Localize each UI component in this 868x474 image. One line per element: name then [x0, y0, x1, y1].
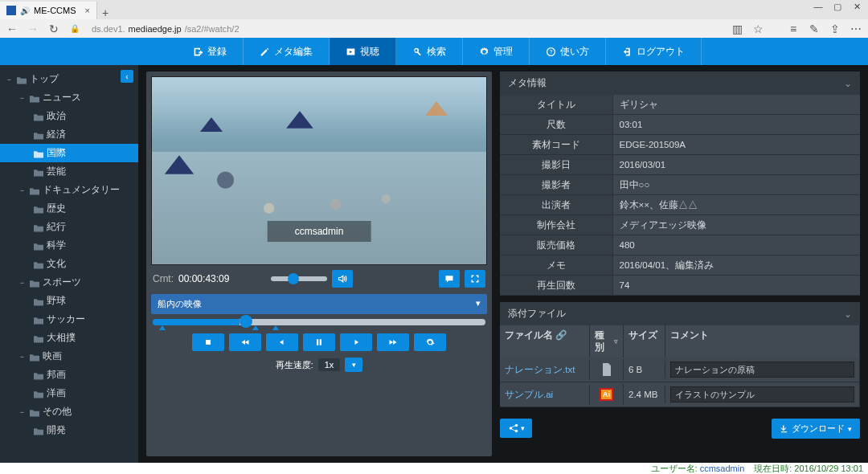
- lock-icon: 🔒: [68, 22, 82, 36]
- favicon: [6, 6, 16, 15]
- favorite-icon[interactable]: ☆: [751, 22, 765, 36]
- forward-button[interactable]: →: [26, 22, 40, 36]
- back-button[interactable]: ←: [5, 22, 19, 36]
- close-tab-icon[interactable]: ×: [85, 6, 90, 15]
- reading-view-icon[interactable]: ▥: [730, 22, 744, 36]
- share-icon[interactable]: ⇪: [828, 22, 842, 36]
- tab-title: ME-CCMS: [34, 6, 76, 15]
- maximize-button[interactable]: ▢: [829, 2, 845, 12]
- close-window-button[interactable]: ✕: [849, 2, 865, 12]
- more-icon[interactable]: ⋯: [849, 22, 863, 36]
- browser-tab[interactable]: 🔊 ME-CCMS ×: [0, 2, 97, 19]
- new-tab-button[interactable]: +: [97, 6, 113, 19]
- address-bar[interactable]: ds.dev1.mediaedge.jp/sa2/#watch/2: [88, 24, 723, 34]
- hub-icon[interactable]: ≡: [786, 22, 800, 36]
- note-icon[interactable]: ✎: [807, 22, 821, 36]
- minimize-button[interactable]: —: [810, 2, 826, 12]
- refresh-button[interactable]: ↻: [47, 22, 61, 36]
